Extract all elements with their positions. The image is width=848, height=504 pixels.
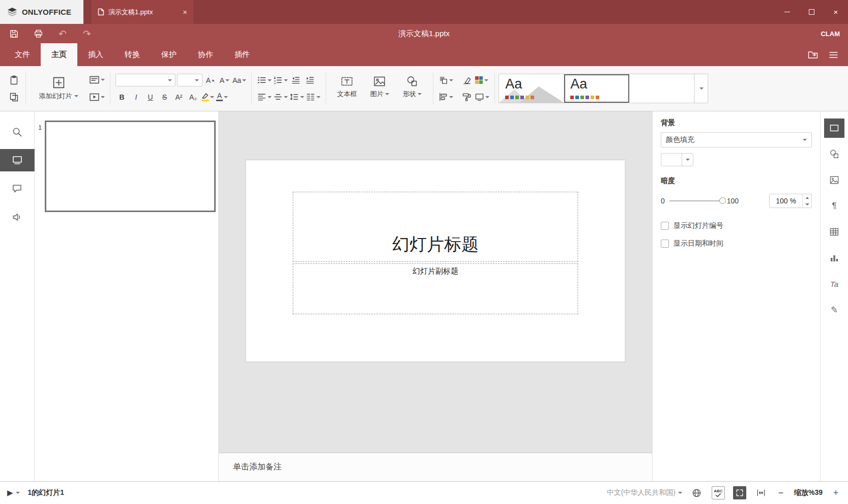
slide-count-label: 1的幻灯片1 xyxy=(28,488,65,497)
ribbon-tab-plugins[interactable]: 插件 xyxy=(224,43,260,66)
color-scheme-button[interactable] xyxy=(475,74,488,86)
close-button[interactable]: × xyxy=(824,0,848,24)
fit-to-slide-button[interactable] xyxy=(733,486,746,499)
italic-button[interactable]: I xyxy=(130,91,142,103)
increase-indent-button[interactable] xyxy=(304,74,316,86)
save-button[interactable] xyxy=(8,28,19,39)
decrease-indent-icon xyxy=(291,75,301,85)
align-shape-button[interactable] xyxy=(438,91,453,103)
background-fill-select[interactable]: 颜色填充 xyxy=(661,132,812,147)
document-tab[interactable]: 演示文稿1.pptx × xyxy=(92,0,193,24)
line-spacing-button[interactable] xyxy=(289,91,304,103)
copy-button[interactable] xyxy=(8,91,20,103)
spinner-up-button[interactable] xyxy=(803,194,811,201)
opacity-slider[interactable] xyxy=(669,200,722,201)
theme-thumbnail-1[interactable]: Aa xyxy=(499,74,564,103)
horizontal-align-button[interactable] xyxy=(257,91,272,103)
slide-thumbnail-selected[interactable] xyxy=(45,121,216,212)
show-slide-number-checkbox[interactable]: 显示幻灯片编号 xyxy=(661,221,812,230)
feedback-button[interactable] xyxy=(0,206,35,228)
spell-check-button[interactable]: ABC xyxy=(712,486,725,499)
change-case-button[interactable]: Aa xyxy=(232,74,246,86)
comments-button[interactable] xyxy=(0,177,35,200)
decrease-font-size-button[interactable]: A xyxy=(218,74,231,86)
spinner-down-button[interactable] xyxy=(803,201,811,207)
start-slideshow-button[interactable] xyxy=(89,91,105,104)
clear-style-button[interactable] xyxy=(460,74,473,86)
slide-canvas-area[interactable]: 幻灯片标题 幻灯片副标题 xyxy=(219,111,652,453)
signature-settings-button[interactable]: ✎ xyxy=(824,300,844,319)
increase-font-size-button[interactable]: A xyxy=(204,74,217,86)
vertical-align-button[interactable] xyxy=(273,91,288,103)
user-name[interactable]: CLAM xyxy=(821,30,840,38)
slides-panel-button[interactable] xyxy=(0,149,35,171)
decrease-indent-button[interactable] xyxy=(289,74,302,86)
chevron-down-icon xyxy=(101,79,105,81)
add-slide-button[interactable]: 添加幻灯片 xyxy=(31,76,86,101)
search-button[interactable] xyxy=(0,121,35,143)
select-slide-size-button[interactable] xyxy=(475,91,489,103)
table-settings-button[interactable] xyxy=(824,222,844,242)
fill-type-value: 颜色填充 xyxy=(666,135,694,144)
chevron-down-icon xyxy=(284,96,288,98)
arrange-shape-button[interactable] xyxy=(438,74,453,86)
ribbon-tab-transitions[interactable]: 转换 xyxy=(114,43,151,66)
redo-button[interactable]: ↷ xyxy=(81,28,93,39)
app-logo[interactable]: ONLYOFFICE xyxy=(0,0,83,24)
minimize-button[interactable] xyxy=(775,0,799,24)
language-select[interactable]: 中文(中华人民共和国) xyxy=(607,488,682,497)
paragraph-settings-button[interactable]: ¶ xyxy=(824,196,844,216)
change-slide-layout-button[interactable] xyxy=(89,74,105,86)
highlight-color-button[interactable] xyxy=(201,91,214,103)
slide-canvas[interactable]: 幻灯片标题 幻灯片副标题 xyxy=(246,160,625,362)
start-slideshow-status-button[interactable]: ▶ xyxy=(7,488,20,497)
theme-thumbnail-2-selected[interactable]: Aa xyxy=(564,74,629,103)
undo-button[interactable]: ↶ xyxy=(57,28,68,39)
font-size-select[interactable] xyxy=(177,74,202,86)
chart-settings-button[interactable] xyxy=(824,248,844,268)
bullets-button[interactable] xyxy=(257,74,272,86)
open-file-location-button[interactable] xyxy=(807,49,818,61)
color-dropdown-button[interactable] xyxy=(682,154,693,166)
slide-settings-button[interactable] xyxy=(824,118,844,138)
maximize-button[interactable] xyxy=(799,0,824,24)
ribbon-tab-home[interactable]: 主页 xyxy=(41,43,77,66)
paste-button[interactable] xyxy=(8,74,20,86)
set-language-button[interactable] xyxy=(690,486,704,499)
slider-knob[interactable] xyxy=(719,197,726,204)
underline-button[interactable]: U xyxy=(144,91,157,103)
text-art-settings-button[interactable]: Ta xyxy=(824,274,844,293)
zoom-in-button[interactable]: + xyxy=(831,488,841,498)
strikeout-button[interactable]: S xyxy=(158,91,171,103)
copy-style-button[interactable] xyxy=(460,91,473,103)
opacity-spinner[interactable]: 100 % xyxy=(769,194,812,208)
interface-settings-button[interactable] xyxy=(828,49,839,61)
notes-area[interactable]: 单击添加备注 xyxy=(219,453,652,481)
superscript-button[interactable]: A² xyxy=(172,91,185,103)
title-placeholder[interactable]: 幻灯片标题 xyxy=(293,192,578,262)
zoom-out-button[interactable]: − xyxy=(776,488,786,498)
theme-gallery-expand-button[interactable] xyxy=(694,74,708,103)
fill-color-button[interactable] xyxy=(661,153,693,166)
bold-button[interactable]: B xyxy=(115,91,128,103)
ribbon-tab-collaboration[interactable]: 协作 xyxy=(187,43,224,66)
insert-textbox-button[interactable]: 文本框 xyxy=(331,69,363,105)
insert-columns-button[interactable] xyxy=(306,91,320,103)
shape-settings-button[interactable] xyxy=(824,144,844,164)
show-date-time-checkbox[interactable]: 显示日期和时间 xyxy=(661,239,812,248)
numbering-button[interactable] xyxy=(273,74,288,86)
fit-to-width-button[interactable] xyxy=(754,486,768,499)
ribbon-tab-protection[interactable]: 保护 xyxy=(151,43,187,66)
ribbon-tab-file[interactable]: 文件 xyxy=(4,43,41,66)
font-color-button[interactable]: A xyxy=(216,91,228,103)
insert-shape-button[interactable]: 形状 xyxy=(396,69,428,105)
print-button[interactable] xyxy=(33,28,44,39)
theme-thumbnail-3[interactable] xyxy=(629,74,694,103)
font-name-select[interactable] xyxy=(115,74,176,86)
insert-image-button[interactable]: 图片 xyxy=(364,69,395,105)
tab-close-icon[interactable]: × xyxy=(183,8,187,16)
subtitle-placeholder[interactable]: 幻灯片副标题 xyxy=(293,263,578,314)
ribbon-tab-insert[interactable]: 插入 xyxy=(77,43,114,66)
image-settings-button[interactable] xyxy=(824,170,844,190)
subscript-button[interactable]: A₂ xyxy=(187,91,199,103)
